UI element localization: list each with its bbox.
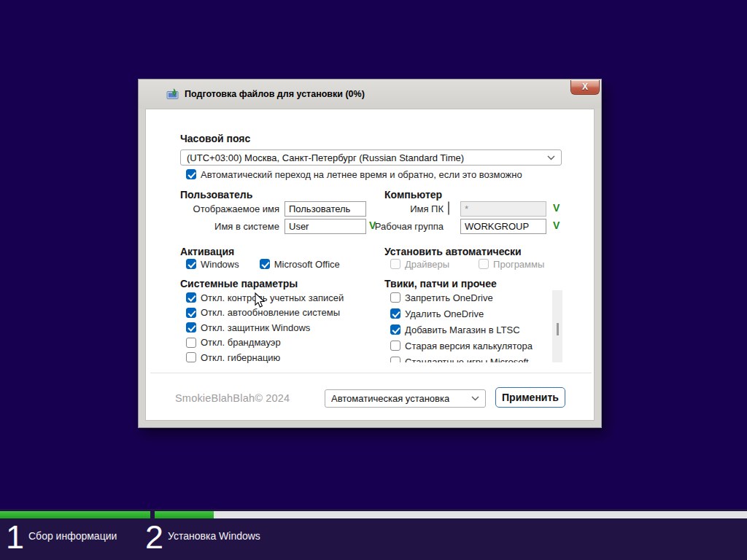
system-name-input[interactable] (285, 219, 366, 234)
mouse-cursor (255, 292, 266, 308)
tweaks-heading: Твики, патчи и прочее (384, 278, 497, 289)
step2-progress-bar (155, 511, 747, 518)
checkbox-item[interactable]: Добавить Магазин в LTSC (390, 324, 547, 335)
copyright-text: SmokieBlahBlah© 2024 (175, 392, 290, 404)
dst-checkbox-label: Автоматический переход на летнее время и… (201, 169, 522, 180)
step2-progress-fill (155, 511, 214, 518)
checkbox-item[interactable]: Запретить OneDrive (390, 292, 547, 303)
workgroup-valid-mark: V (553, 219, 560, 231)
auto-install-checkbox-list: ДрайверыПрограммы (390, 258, 544, 270)
checkbox-label: Windows (201, 259, 239, 270)
checkbox[interactable] (390, 341, 400, 351)
checkbox-label: Откл. контроль учетных записей (201, 292, 344, 303)
pc-name-input (460, 201, 546, 217)
checkbox-label: Microsoft Office (274, 259, 340, 270)
display-name-input[interactable] (285, 201, 366, 217)
apply-button[interactable]: Применить (495, 387, 565, 408)
checkbox-label: Откл. автообновление системы (201, 307, 340, 318)
footer-separator (150, 373, 592, 373)
checkbox[interactable] (186, 259, 196, 269)
checkbox-label: Старая версия калькулятора (405, 341, 533, 351)
checkbox[interactable] (186, 338, 196, 348)
chevron-down-icon (547, 155, 555, 160)
system-params-heading: Системные параметры (180, 278, 298, 289)
display-name-label: Отображаемое имя (193, 203, 279, 214)
setup-progress-strip: 1 Сбор информации 2 Установка Windows (0, 509, 747, 560)
checkbox-item[interactable]: Старая версия калькулятора (390, 340, 547, 351)
checkbox[interactable] (390, 357, 400, 362)
pc-name-label: Имя ПК (410, 203, 444, 214)
activation-heading: Активация (180, 246, 234, 257)
checkbox-label: Удалить OneDrive (405, 308, 484, 319)
dialog-content-panel: Часовой пояс (UTC+03:00) Москва, Санкт-П… (145, 109, 595, 421)
checkbox[interactable] (186, 308, 196, 318)
checkbox-item[interactable]: Microsoft Office (260, 258, 340, 270)
checkbox-label: Откл. брандмауэр (201, 337, 281, 348)
checkbox-item[interactable]: Откл. брандмауэр (186, 337, 344, 349)
checkbox (390, 259, 400, 269)
checkbox[interactable] (186, 292, 196, 303)
checkbox-item: Драйверы (390, 258, 449, 270)
pc-name-valid-mark: V (553, 202, 560, 214)
install-mode-select[interactable]: Автоматическая установка (325, 389, 486, 408)
checkbox[interactable] (260, 259, 270, 269)
checkbox-label: Откл. защитник Windows (201, 322, 310, 333)
timezone-heading: Часовой пояс (180, 133, 250, 144)
chevron-down-icon (471, 396, 479, 401)
auto-install-heading: Установить автоматически (384, 246, 522, 257)
checkbox-label: Запретить OneDrive (405, 292, 493, 303)
checkbox-item[interactable]: Windows (186, 258, 239, 270)
timezone-selected-value: (UTC+03:00) Москва, Санкт-Петербург (Rus… (187, 152, 464, 163)
close-button[interactable]: X (570, 80, 600, 95)
checkbox-label: Программы (493, 259, 544, 270)
checkbox (479, 259, 489, 269)
step1-progress-fill (0, 511, 150, 518)
checkbox-item: Программы (479, 258, 544, 270)
dst-checkbox[interactable] (186, 169, 196, 179)
checkbox[interactable] (390, 308, 400, 319)
step2-label: Установка Windows (168, 530, 260, 542)
checkbox-label: Добавить Магазин в LTSC (405, 324, 520, 335)
tweaks-scrollbar-thumb[interactable] (557, 323, 559, 335)
install-mode-selected-value: Автоматическая установка (331, 393, 449, 404)
checkbox-item[interactable]: Откл. защитник Windows (186, 322, 344, 333)
checkbox[interactable] (390, 324, 400, 335)
checkbox-item[interactable]: Удалить OneDrive (390, 308, 547, 319)
title-bar[interactable]: Подготовка файлов для установки (0%) (139, 79, 601, 109)
tweaks-checkbox-list: Запретить OneDriveУдалить OneDriveДобави… (390, 292, 547, 362)
step1-number: 1 (6, 521, 24, 553)
timezone-select[interactable]: (UTC+03:00) Москва, Санкт-Петербург (Rus… (180, 149, 562, 166)
step1-label: Сбор информации (28, 530, 117, 542)
workgroup-input[interactable] (460, 219, 546, 234)
step1-progress-bar (0, 511, 150, 518)
tweaks-scrollbar[interactable] (552, 290, 562, 362)
checkbox-label: Драйверы (405, 259, 449, 270)
dst-checkbox-row[interactable]: Автоматический переход на летнее время и… (186, 168, 522, 180)
installer-window: Подготовка файлов для установки (0%) X Ч… (138, 79, 602, 428)
window-title: Подготовка файлов для установки (0%) (185, 85, 365, 99)
checkbox[interactable] (186, 352, 196, 362)
checkbox-label: Стандартные игры Microsoft (405, 357, 529, 363)
pc-name-checkbox[interactable] (448, 201, 449, 215)
checkbox-item[interactable]: Стандартные игры Microsoft (390, 356, 547, 362)
computer-heading: Компьютер (384, 189, 442, 201)
step2-number: 2 (145, 521, 163, 553)
setup-arrow-icon (166, 84, 179, 100)
workgroup-label: Рабочая группа (375, 221, 444, 232)
checkbox-item[interactable]: Откл. гибернацию (186, 351, 344, 363)
checkbox[interactable] (390, 292, 400, 303)
system-name-label: Имя в системе (214, 221, 279, 232)
user-heading: Пользователь (180, 189, 252, 201)
checkbox-label: Откл. гибернацию (201, 352, 280, 363)
checkbox[interactable] (186, 322, 196, 332)
activation-checkbox-list: WindowsMicrosoft Office (186, 258, 340, 270)
